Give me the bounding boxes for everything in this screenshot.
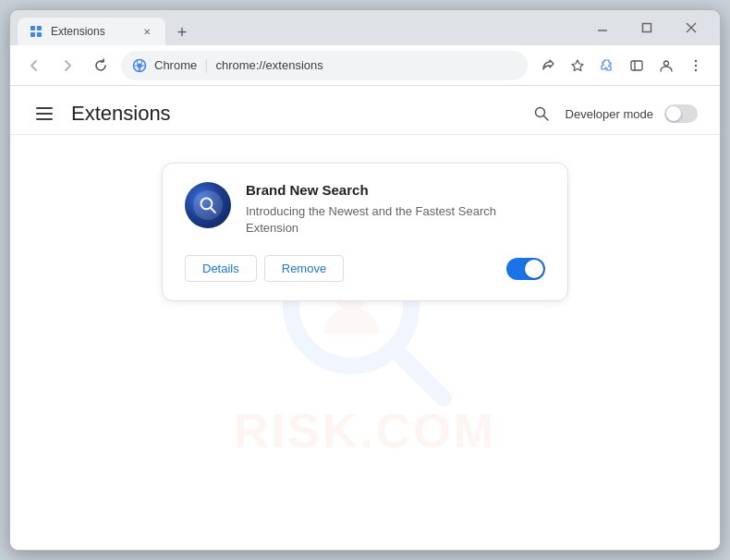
url-path: chrome://extensions [215,58,322,72]
title-bar: Extensions ✕ + [10,10,720,45]
extension-icon-inner [193,190,223,220]
extension-card-footer: Details Remove [185,255,545,282]
svg-rect-1 [37,26,42,30]
header-left: Extensions [32,102,171,126]
back-button[interactable] [21,53,47,79]
page-content: Extensions Developer mode [10,86,720,550]
toolbar-icons [535,53,709,79]
developer-mode-label: Developer mode [566,107,653,121]
puzzle-icon [600,58,614,73]
svg-line-26 [211,208,215,213]
url-bar[interactable]: Chrome | chrome://extensions [121,51,528,80]
forward-icon [60,58,75,73]
sidebar-icon [629,58,644,73]
svg-rect-3 [37,32,42,37]
tab-title: Extensions [51,25,132,38]
tab-close-button[interactable]: ✕ [140,24,154,39]
address-bar: Chrome | chrome://extensions [10,45,720,86]
sidebar-button[interactable] [624,53,650,79]
window-controls [581,13,712,43]
search-button[interactable] [529,101,554,127]
star-icon [570,58,585,73]
extension-buttons: Details Remove [185,255,344,282]
extension-description: Introducing the Newest and the Fastest S… [246,203,545,237]
url-separator: | [204,57,208,74]
svg-marker-13 [572,60,583,71]
chrome-favicon [132,58,147,73]
hamburger-line-1 [36,107,53,109]
profile-icon [659,58,674,73]
svg-point-16 [664,61,669,66]
tab-favicon [29,24,43,39]
extension-name: Brand New Search [246,182,545,198]
menu-button[interactable] [683,53,709,79]
content-area: RISK.COM Brand New Sear [10,135,720,550]
close-button[interactable] [670,13,712,43]
extension-card-header: Brand New Search Introducing the Newest … [185,182,545,237]
page-title: Extensions [71,102,171,126]
hamburger-line-3 [36,118,53,120]
bookmark-button[interactable] [565,53,590,79]
menu-toggle-button[interactable] [32,103,56,124]
reload-icon [93,58,108,73]
header-right: Developer mode [529,101,698,127]
extensions-header: Extensions Developer mode [10,86,720,135]
minimize-icon [597,22,608,33]
svg-rect-2 [30,32,35,37]
search-icon [533,105,550,122]
svg-rect-14 [631,61,642,70]
share-icon [541,58,555,73]
search-logo-icon [198,195,218,215]
tab-bar: Extensions ✕ + [18,10,581,45]
hamburger-line-2 [36,113,53,115]
svg-point-18 [695,64,697,66]
developer-mode-toggle[interactable] [664,104,698,123]
reload-button[interactable] [88,53,114,79]
back-icon [27,58,42,73]
svg-point-19 [695,68,697,70]
extension-toggle[interactable] [506,258,545,280]
extension-info: Brand New Search Introducing the Newest … [246,182,545,237]
svg-point-17 [695,59,697,61]
menu-icon [688,58,703,73]
profile-button[interactable] [653,53,679,79]
remove-button[interactable]: Remove [264,255,344,282]
minimize-button[interactable] [581,13,624,43]
details-button[interactable]: Details [185,255,257,282]
watermark-text: RISK.COM [234,403,496,458]
share-button[interactable] [535,53,561,79]
extension-card: Brand New Search Introducing the Newest … [162,163,568,301]
new-tab-button[interactable]: + [169,19,195,45]
extensions-button[interactable] [594,53,620,79]
svg-line-21 [543,116,548,121]
url-chrome-label: Chrome [154,58,197,72]
maximize-button[interactable] [626,13,668,43]
svg-rect-0 [30,26,35,30]
browser-window: Extensions ✕ + [9,9,721,551]
svg-rect-5 [643,24,651,32]
extension-icon [185,182,231,228]
active-tab[interactable]: Extensions ✕ [18,18,165,45]
svg-line-23 [395,350,444,398]
close-icon [686,22,697,33]
forward-button[interactable] [55,53,80,79]
maximize-icon [641,22,652,33]
